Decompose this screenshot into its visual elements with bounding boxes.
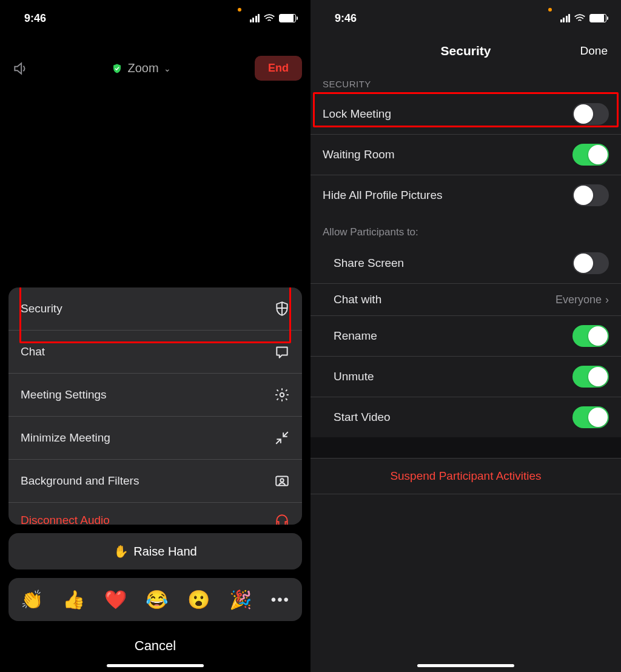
menu-label: Disconnect Audio <box>21 514 110 525</box>
row-chat-with[interactable]: Chat with Everyone › <box>310 284 621 316</box>
row-label: Hide All Profile Pictures <box>323 189 442 202</box>
speaker-icon[interactable] <box>12 61 28 76</box>
row-hide-pictures[interactable]: Hide All Profile Pictures <box>310 175 621 215</box>
cellular-icon <box>250 14 260 22</box>
wifi-icon <box>574 13 586 23</box>
menu-background[interactable]: Background and Filters <box>8 460 302 503</box>
row-start-video[interactable]: Start Video <box>310 397 621 437</box>
shield-check-icon <box>112 62 123 75</box>
menu-security[interactable]: Security <box>8 287 302 331</box>
home-indicator[interactable] <box>417 664 514 667</box>
row-waiting-room[interactable]: Waiting Room <box>310 135 621 175</box>
left-screenshot: 9:46 Zoom ⌄ End Security Chat <box>0 0 310 672</box>
section-header: SECURITY <box>310 68 621 94</box>
toggle-rename[interactable] <box>572 325 609 347</box>
toggle-share-screen[interactable] <box>572 252 609 274</box>
recording-dot-icon <box>238 8 241 12</box>
status-time: 9:46 <box>335 12 357 25</box>
battery-icon <box>279 14 296 22</box>
toggle-lock-meeting[interactable] <box>572 103 609 125</box>
row-label: Lock Meeting <box>323 107 391 121</box>
home-indicator[interactable] <box>107 664 204 667</box>
reactions-bar: 👏 👍 ❤️ 😂 😮 🎉 ••• <box>8 578 302 621</box>
menu-chat[interactable]: Chat <box>8 331 302 374</box>
shield-icon <box>274 301 290 317</box>
more-reactions-icon[interactable]: ••• <box>271 591 290 608</box>
headphones-icon <box>274 512 290 525</box>
reaction-heart[interactable]: ❤️ <box>104 589 127 610</box>
menu-label: Minimize Meeting <box>21 431 110 445</box>
security-header: Security Done <box>310 32 621 68</box>
row-label: Chat with <box>334 293 381 306</box>
reaction-laugh[interactable]: 😂 <box>146 589 168 610</box>
cellular-icon <box>560 14 571 22</box>
suspend-activities-button[interactable]: Suspend Participant Activities <box>310 458 621 494</box>
done-button[interactable]: Done <box>580 44 608 58</box>
toggle-hide-pictures[interactable] <box>572 184 609 206</box>
more-menu: Security Chat Meeting Settings Minimize … <box>8 287 302 525</box>
status-time: 9:46 <box>24 12 46 25</box>
meeting-top-bar: Zoom ⌄ End <box>0 32 310 89</box>
menu-label: Security <box>21 302 62 315</box>
menu-settings[interactable]: Meeting Settings <box>8 374 302 417</box>
svg-point-2 <box>280 479 283 482</box>
row-label: Waiting Room <box>323 148 395 161</box>
end-button[interactable]: End <box>255 56 302 81</box>
svg-rect-1 <box>276 476 288 485</box>
menu-disconnect-audio[interactable]: Disconnect Audio <box>8 503 302 525</box>
meeting-title[interactable]: Zoom ⌄ <box>112 61 170 75</box>
row-label: Unmute <box>334 370 374 383</box>
chevron-down-icon: ⌄ <box>164 64 171 73</box>
toggle-start-video[interactable] <box>572 406 609 428</box>
status-icons <box>243 13 297 23</box>
title-text: Zoom <box>127 61 158 75</box>
action-sheet: Security Chat Meeting Settings Minimize … <box>0 287 310 672</box>
toggle-unmute[interactable] <box>572 366 609 388</box>
person-frame-icon <box>274 473 290 489</box>
raise-hand-label: Raise Hand <box>133 545 197 559</box>
row-label: Start Video <box>334 411 391 424</box>
battery-icon <box>589 14 606 22</box>
reaction-clap[interactable]: 👏 <box>21 589 43 610</box>
status-icons <box>553 13 607 23</box>
row-lock-meeting[interactable]: Lock Meeting <box>310 94 621 135</box>
security-settings: Lock Meeting Waiting Room Hide All Profi… <box>310 94 621 215</box>
chevron-right-icon: › <box>605 294 609 306</box>
allow-settings: Share Screen Chat with Everyone › Rename… <box>310 243 621 437</box>
menu-label: Meeting Settings <box>21 388 107 402</box>
raise-hand-button[interactable]: ✋ Raise Hand <box>8 533 302 570</box>
section-spacer <box>310 437 621 458</box>
cancel-button[interactable]: Cancel <box>8 630 302 660</box>
menu-label: Background and Filters <box>21 474 139 488</box>
chat-with-value: Everyone › <box>556 294 609 306</box>
wifi-icon <box>263 13 275 23</box>
row-unmute[interactable]: Unmute <box>310 357 621 397</box>
toggle-waiting-room[interactable] <box>572 144 609 166</box>
gear-icon <box>274 387 290 403</box>
svg-point-0 <box>280 393 284 397</box>
menu-minimize[interactable]: Minimize Meeting <box>8 417 302 460</box>
status-bar: 9:46 <box>310 0 621 32</box>
allow-participants-label: Allow Participants to: <box>310 215 621 243</box>
hand-icon: ✋ <box>113 544 129 559</box>
menu-label: Chat <box>21 345 45 358</box>
row-label: Rename <box>334 329 377 343</box>
page-title: Security <box>441 44 491 58</box>
row-label: Share Screen <box>334 257 404 270</box>
row-rename[interactable]: Rename <box>310 316 621 357</box>
minimize-icon <box>274 430 290 446</box>
recording-dot-icon <box>548 8 552 12</box>
value-text: Everyone <box>556 294 602 306</box>
chat-icon <box>274 344 290 360</box>
row-share-screen[interactable]: Share Screen <box>310 243 621 284</box>
reaction-thumbs-up[interactable]: 👍 <box>62 589 85 610</box>
status-bar: 9:46 <box>0 0 310 32</box>
reaction-tada[interactable]: 🎉 <box>229 589 252 610</box>
right-screenshot: 9:46 Security Done SECURITY Lock Meeting… <box>310 0 621 672</box>
reaction-wow[interactable]: 😮 <box>187 589 210 610</box>
